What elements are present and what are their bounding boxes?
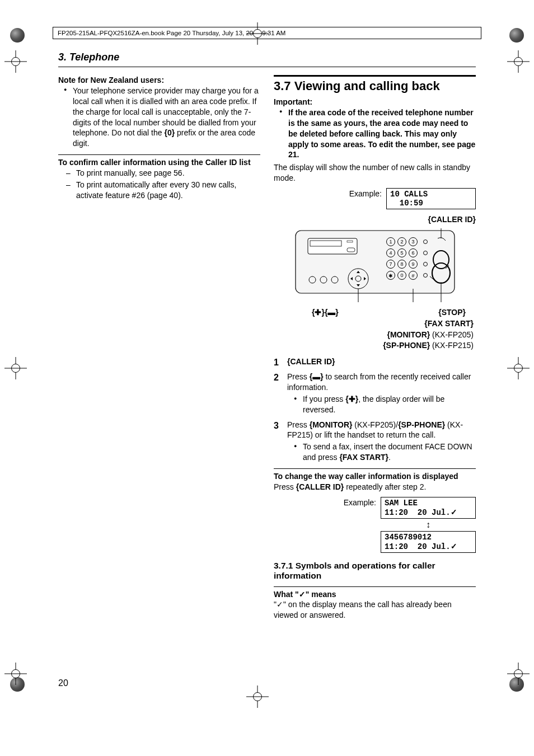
crop-mark-icon [507,357,530,379]
step-3: Press {MONITOR} (KX-FP205)/{SP-PHONE} (K… [274,420,476,463]
what-means-text: What "✓" means [274,590,336,599]
svg-text:9: 9 [411,261,414,267]
svg-text:1: 1 [389,239,392,245]
section-rule [274,75,476,77]
device-labels-row: {✚}{▬} {STOP} [274,308,476,317]
svg-text:4: 4 [389,250,392,256]
right-column: 3.7 Viewing and calling back Important: … [274,75,476,621]
faxstart-label-row: {FAX START} [274,319,476,328]
display-line: 10 CALLS [390,190,428,199]
important-bullet: If the area code of the received telepho… [282,107,476,160]
step2-text: Press {▬} to search from the recently re… [287,372,471,392]
step2-sub-item: If you press {✚}, the display order will… [296,394,476,415]
svg-text:#: # [411,273,414,279]
crop-mark-icon [4,357,27,379]
svg-text:✱: ✱ [388,273,393,279]
spphone-label-row: {SP-PHONE} (KX-FP215) [274,341,476,350]
lcd-display-box: SAM LEE 11:20 20 Jul.✓ [381,497,476,519]
nz-bullets: Your telephone service provider may char… [58,86,260,149]
monitor-label-row: {MONITOR} (KX-FP205) [274,330,476,339]
step2-sub-text: If you press {✚}, the display order will… [303,395,444,414]
nz-bullet-text: Your telephone service provider may char… [73,86,259,148]
plusminus-button-label: {✚}{▬} [312,308,339,317]
svg-text:2: 2 [400,239,403,245]
change-body: Press {CALLER ID} repeatedly after step … [274,482,476,492]
step3-sub: To send a fax, insert the document FACE … [287,442,476,463]
crop-mark-icon [4,50,27,73]
step1-label: {CALLER ID} [287,357,335,366]
callerid-button-label: {CALLER ID} [428,215,476,224]
chapter-title: 3. Telephone [58,51,476,67]
svg-text:8: 8 [400,261,403,267]
subsection-heading: 3.7.1 Symbols and operations for caller … [274,561,476,581]
two-column-layout: Note for New Zealand users: Your telepho… [58,75,476,621]
step3-sub-item: To send a fax, insert the document FACE … [296,442,476,463]
svg-text:6: 6 [411,250,414,256]
section-title: 3.7 Viewing and calling back [274,79,476,93]
divider [274,586,476,587]
crop-mark-icon [507,50,530,73]
nz-bullet: Your telephone service provider may char… [66,86,260,149]
registration-ball-icon [509,28,524,43]
important-label: Important: [274,97,476,107]
svg-text:5: 5 [400,250,403,256]
page-number: 20 [58,678,68,688]
step-1: {CALLER ID} [274,356,476,367]
step2-sub: If you press {✚}, the display order will… [287,394,476,415]
change-heading: To change the way caller information is … [274,471,476,482]
svg-text:7: 7 [389,261,392,267]
registration-ball-icon [10,28,25,43]
dash-item: To print automatically after every 30 ne… [66,180,260,201]
faxstart-button-label: {FAX START} [424,319,474,328]
what-means-heading: What "✓" means [274,589,476,600]
callerid-top-label: {CALLER ID} [274,215,476,224]
crop-mark-icon [4,663,27,685]
example-row-2: Example: SAM LEE 11:20 20 Jul.✓ ↕ 345678… [274,497,476,553]
display-line: SAM LEE [385,499,418,508]
crop-mark-icon [507,663,530,685]
dash-item: To print manually, see page 56. [66,168,260,179]
spphone-line: {SP-PHONE} (KX-FP215) [383,341,474,350]
what-means-body: "✓" on the display means the call has al… [274,599,476,621]
page-content: 3. Telephone Note for New Zealand users:… [58,51,476,621]
display-line: 11:20 20 Jul.✓ [385,508,457,517]
display-stack: SAM LEE 11:20 20 Jul.✓ ↕ 3456789012 11:2… [381,497,476,553]
what-body-text: "✓" on the display means the call has al… [274,600,452,619]
display-line: 3456789012 [385,533,432,542]
divider [274,468,476,469]
confirm-heading: To confirm caller information using the … [58,157,260,168]
crop-mark-icon [246,685,269,708]
nz-heading: Note for New Zealand users: [58,75,260,86]
divider [58,154,260,155]
example-label: Example: [344,497,376,507]
stop-button-label: {STOP} [438,308,466,317]
updown-arrow-icon: ↕ [381,519,476,531]
lcd-display-box: 3456789012 11:20 20 Jul.✓ [381,531,476,553]
intro-text: The display will show the number of new … [274,162,476,184]
change-text: Press {CALLER ID} repeatedly after step … [274,482,426,491]
display-line: 10:59 [390,199,423,208]
monitor-line: {MONITOR} (KX-FP205) [387,330,474,339]
step-2: Press {▬} to search from the recently re… [274,372,476,415]
crop-mark-icon [246,22,269,45]
svg-text:3: 3 [411,239,414,245]
example-label: Example: [349,188,382,198]
step3-sub-text: To send a fax, insert the document FACE … [303,442,472,462]
device-diagram: 1 2 3 4 5 6 7 8 9 ✱ 0 # [291,226,459,304]
display-line: 11:20 20 Jul.✓ [385,542,457,551]
confirm-dashes: To print manually, see page 56. To print… [58,168,260,201]
left-column: Note for New Zealand users: Your telepho… [58,75,260,621]
important-bullets: If the area code of the received telepho… [274,107,476,160]
example-row-1: Example: 10 CALLS 10:59 [274,188,476,209]
svg-text:0: 0 [400,273,403,278]
lcd-display-box: 10 CALLS 10:59 [386,188,476,209]
steps-list: {CALLER ID} Press {▬} to search from the… [274,356,476,463]
step3-text: Press {MONITOR} (KX-FP205)/{SP-PHONE} (K… [287,420,463,440]
